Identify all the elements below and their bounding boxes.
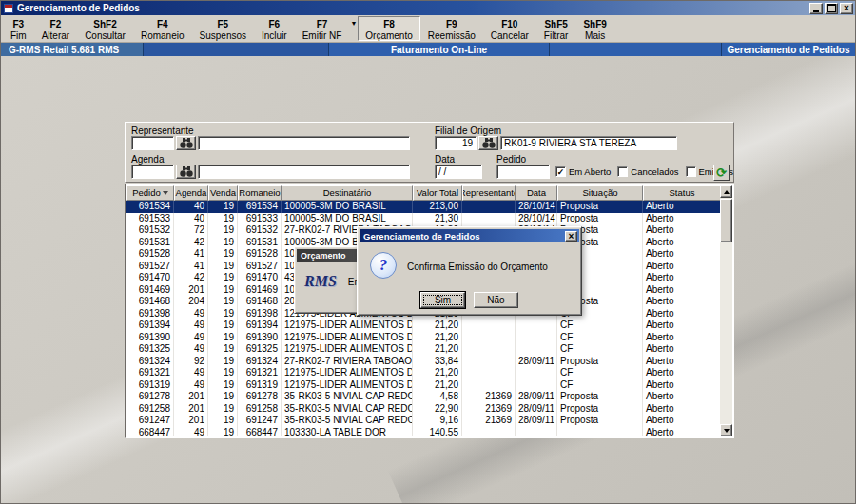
column-header-status[interactable]: Status [643, 185, 721, 201]
table-row[interactable]: 6915344019691534100005-3M DO BRASIL213,0… [126, 201, 721, 213]
toolbar-key: F5 [200, 18, 246, 30]
toolbar-key: F8 [365, 18, 412, 30]
column-header-label: Data [527, 186, 546, 200]
checkbox-em-aberto[interactable]: ✓Em Aberto [555, 166, 611, 177]
cell-data: 28/10/14 [516, 201, 557, 213]
yes-button[interactable]: Sim [420, 292, 465, 308]
cell-romaneio: 691533 [238, 213, 282, 225]
toolbar-button-emitir-nf[interactable]: F7Emitir NF [295, 16, 350, 41]
column-header-data[interactable]: Data [516, 185, 557, 201]
checkbox-label: Cancelados [631, 166, 678, 177]
cell-representante [462, 356, 516, 368]
scroll-up-button[interactable] [720, 185, 732, 198]
column-header-romaneio[interactable]: Romaneio [238, 185, 282, 201]
agenda-desc-input[interactable] [198, 165, 410, 179]
toolbar-button-or-amento[interactable]: F8Orçamento [358, 16, 419, 41]
cell-romaneio: 691394 [238, 320, 282, 332]
checkbox-unchecked-icon[interactable] [617, 166, 628, 177]
grid-header: PedidoAgendaVendaRomaneioDestinatárioVal… [126, 185, 721, 201]
cell-venda: 19 [208, 427, 238, 437]
agenda-input[interactable] [131, 165, 174, 179]
infobar-spacer [144, 43, 329, 56]
table-row[interactable]: 6913254919691325121975-LIDER ALIMENTOS D… [126, 343, 721, 356]
checkbox-checked-icon[interactable]: ✓ [555, 166, 566, 177]
scroll-down-button[interactable] [720, 424, 732, 436]
cell-situacao: Proposta [557, 391, 643, 403]
cell-agenda: 41 [174, 261, 208, 273]
table-row[interactable]: 6913214919691321121975-LIDER ALIMENTOS D… [126, 367, 721, 379]
filial-desc-input[interactable] [500, 136, 677, 150]
column-header-destinatario[interactable]: Destinatário [282, 185, 413, 201]
cell-pedido: 691394 [126, 320, 174, 332]
cell-representante [462, 201, 516, 213]
toolbar-button-consultar[interactable]: ShF2Consultar [77, 16, 133, 41]
vertical-scrollbar[interactable] [720, 185, 732, 436]
table-row[interactable]: 6913944919691394121975-LIDER ALIMENTOS D… [126, 320, 721, 332]
cell-situacao [557, 427, 643, 437]
scrollbar-thumb[interactable] [720, 199, 732, 242]
cell-data [516, 367, 557, 379]
toolbar-button-romaneio[interactable]: F4Romaneio [133, 16, 192, 41]
cell-data [516, 320, 557, 332]
column-header-pedido[interactable]: Pedido [126, 185, 174, 201]
toolbar-button-alterar[interactable]: F2Alterar [34, 16, 77, 41]
representante-search-button[interactable] [176, 136, 196, 150]
agenda-search-button[interactable] [176, 165, 196, 179]
cell-representante: 21369 [462, 415, 516, 427]
cell-agenda: 42 [174, 272, 208, 284]
cell-agenda: 72 [174, 224, 208, 237]
cell-representante [462, 320, 516, 332]
table-row[interactable]: 6912472011969124735-RK03-5 NIVIAL CAP RE… [126, 415, 721, 427]
data-input[interactable] [435, 165, 482, 179]
cell-venda: 19 [208, 403, 238, 416]
column-header-label: Venda [210, 186, 236, 200]
filial-input[interactable] [435, 136, 477, 150]
cell-destinatario: 121975-LIDER ALIMENTOS DO BRASIL S/A [282, 367, 413, 379]
maximize-button[interactable] [825, 3, 838, 14]
table-row[interactable]: 6912582011969125835-RK03-5 NIVIAL CAP RE… [126, 403, 721, 416]
toolbar-button-suspensos[interactable]: F5Suspensos [192, 16, 254, 41]
cell-agenda: 49 [174, 427, 208, 437]
no-button[interactable]: Não [474, 292, 518, 308]
column-header-representante[interactable]: Representante [462, 185, 516, 201]
minimize-button[interactable] [809, 3, 823, 14]
dialog-titlebar: Gerenciamento de Pedidos × [360, 229, 579, 242]
cell-agenda: 201 [174, 391, 208, 403]
maximize-icon [827, 4, 836, 12]
dropdown-icon[interactable]: ▼ [349, 20, 358, 41]
representante-input[interactable] [131, 136, 174, 150]
representante-desc-input[interactable] [198, 136, 410, 150]
table-row[interactable]: 691324921969132427-RK02-7 RIVIERA TABOAO… [126, 356, 721, 368]
column-header-venda[interactable]: Venda [208, 185, 238, 201]
refresh-button[interactable]: ⟳ [713, 165, 730, 181]
cell-pedido: 691319 [126, 379, 174, 392]
pedido-input[interactable] [496, 165, 550, 179]
table-row[interactable]: 6915334019691533100005-3M DO BRASIL21,30… [126, 213, 721, 225]
column-header-agenda[interactable]: Agenda [174, 185, 208, 201]
toolbar-button-mais[interactable]: ShF9Mais [575, 16, 613, 41]
toolbar-button-incluir[interactable]: F6Incluir [254, 16, 295, 41]
toolbar-label: Cancelar [491, 30, 529, 42]
toolbar-button-cancelar[interactable]: F10Cancelar [483, 16, 536, 41]
dialog-buttons: Sim Não [358, 292, 581, 308]
cell-data [516, 379, 557, 392]
app-icon [4, 4, 13, 13]
column-header-valor-total[interactable]: Valor Total [413, 185, 462, 201]
table-row[interactable]: 6684474919668447103330-LA TABLE DOR140,5… [126, 427, 721, 437]
column-header-situacao[interactable]: Situação [557, 185, 643, 201]
checkbox-cancelados[interactable]: Cancelados [617, 166, 678, 177]
table-row[interactable]: 6912782011969127835-RK03-5 NIVIAL CAP RE… [126, 391, 721, 403]
cell-romaneio: 691321 [238, 367, 282, 379]
filial-search-button[interactable] [478, 136, 498, 150]
toolbar-button-fim[interactable]: F3Fim [3, 16, 34, 41]
table-row[interactable]: 6913904919691390121975-LIDER ALIMENTOS D… [126, 332, 721, 344]
checkbox-unchecked-icon[interactable] [686, 166, 696, 177]
toolbar: F3FimF2AlterarShF2ConsultarF4RomaneioF5S… [1, 15, 855, 43]
toolbar-button-reemiss-o[interactable]: F9Reemissão [420, 16, 483, 41]
toolbar-button-filtrar[interactable]: ShF5Filtrar [536, 16, 576, 41]
dialog-close-button[interactable]: × [565, 231, 577, 242]
table-row[interactable]: 6913194919691319121975-LIDER ALIMENTOS D… [126, 379, 721, 392]
cell-status: Aberto [643, 403, 721, 416]
close-button[interactable]: × [840, 3, 853, 14]
column-header-label: Romaneio [239, 186, 280, 200]
